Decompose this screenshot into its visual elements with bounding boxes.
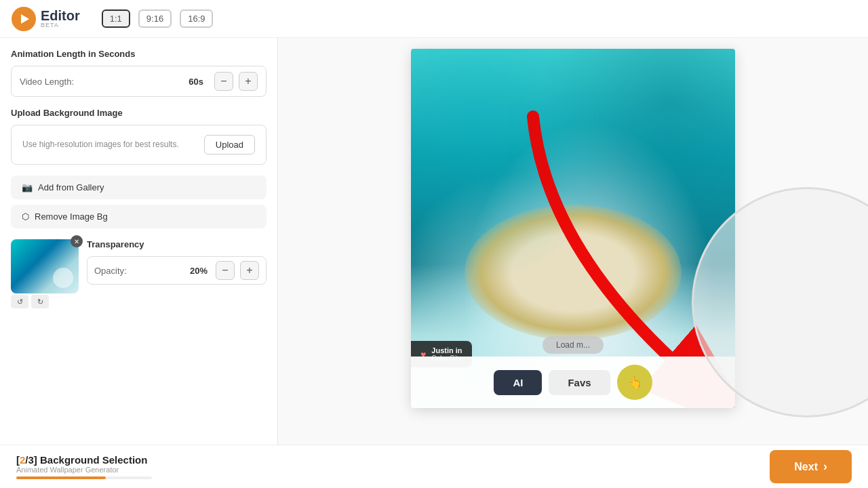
animation-length-label: Animation Length in Seconds (11, 49, 267, 59)
thumbnail-rotate-left-button[interactable]: ↺ (11, 295, 28, 308)
upload-button[interactable]: Upload (204, 135, 255, 155)
increment-opacity-button[interactable]: + (240, 261, 259, 280)
left-panel: Animation Length in Seconds Video Length… (0, 38, 278, 445)
step-current: 2 (20, 454, 25, 466)
step-total: 3 (28, 454, 34, 466)
footer: [2/3] Background Selection Animated Wall… (0, 445, 868, 488)
step-title: [2/3] Background Selection (16, 454, 152, 466)
ai-tab-button[interactable]: AI (494, 370, 542, 395)
transparency-title: Transparency (87, 239, 267, 249)
remove-bg-label: Remove Image Bg (35, 211, 108, 222)
main-content: Animation Length in Seconds Video Length… (0, 38, 868, 445)
upload-section-label: Upload Background Image (11, 108, 267, 118)
video-length-value: 60s (189, 77, 203, 87)
video-length-label: Video Length: (20, 77, 183, 87)
video-length-row: Video Length: 60s − + (11, 66, 267, 97)
beta-label: BETA (41, 22, 80, 28)
thumbnail-wrapper: ✕ ↺ ↻ (11, 239, 79, 293)
canvas-container: ♥ Justin in Cebu City Load m... AI Favs … (411, 49, 735, 408)
step-title-label: Background Selection (40, 454, 147, 466)
ratio-16-9-button[interactable]: 16:9 (180, 9, 213, 28)
circle-action-button[interactable]: 👆 (617, 365, 652, 400)
opacity-value: 20% (190, 266, 208, 276)
gallery-icon: 📷 (22, 182, 33, 192)
hand-cursor-icon: 👆 (627, 375, 642, 390)
upload-section: Upload Background Image Use high-resolut… (11, 108, 267, 165)
opacity-row: Opacity: 20% − + (87, 256, 267, 285)
bottom-tab-bar: AI Favs 👆 (411, 357, 735, 408)
add-from-gallery-button[interactable]: 📷 Add from Gallery (11, 176, 267, 199)
gallery-btn-label: Add from Gallery (38, 182, 104, 192)
upload-box: Use high-resolution images for best resu… (11, 125, 267, 165)
step-subtitle: Animated Wallpaper Generator (16, 466, 152, 474)
next-label: Next (794, 461, 818, 473)
logo-area: Editor BETA (11, 6, 80, 32)
remove-bg-icon: ⬡ (22, 211, 29, 222)
load-more-label: Load m... (556, 340, 590, 350)
logo-icon (11, 6, 37, 32)
decrement-length-button[interactable]: − (214, 72, 233, 91)
step-progress-bar (16, 476, 152, 479)
favs-tab-button[interactable]: Favs (549, 370, 610, 395)
thumbnail-close-button[interactable]: ✕ (71, 235, 83, 247)
app-name: Editor (41, 9, 80, 22)
opacity-label: Opacity: (94, 266, 184, 276)
thumbnail-rotate-right-button[interactable]: ↻ (31, 295, 49, 308)
transparency-controls: Transparency Opacity: 20% − + (87, 239, 267, 285)
right-area: ♥ Justin in Cebu City Load m... AI Favs … (278, 38, 868, 445)
transparency-section: ✕ ↺ ↻ Transparency Opacity: 20% − + (11, 239, 267, 293)
thumbnail-actions: ↺ ↻ (11, 295, 49, 308)
load-more-area: Load m... (542, 336, 604, 354)
step-info: [2/3] Background Selection Animated Wall… (16, 454, 152, 479)
next-button[interactable]: Next › (770, 450, 852, 483)
decrement-opacity-button[interactable]: − (216, 261, 235, 280)
location-name: Justin in (431, 346, 462, 354)
upload-hint: Use high-resolution images for best resu… (22, 139, 179, 150)
step-progress-fill (16, 476, 106, 479)
ratio-1-1-button[interactable]: 1:1 (102, 9, 130, 28)
top-bar: Editor BETA 1:1 9:16 16:9 (0, 0, 868, 38)
ratio-9-16-button[interactable]: 9:16 (138, 9, 172, 28)
remove-image-bg-button[interactable]: ⬡ Remove Image Bg (11, 205, 267, 228)
increment-length-button[interactable]: + (239, 72, 258, 91)
thumbnail-image (11, 239, 79, 293)
chevron-right-icon: › (823, 460, 827, 474)
